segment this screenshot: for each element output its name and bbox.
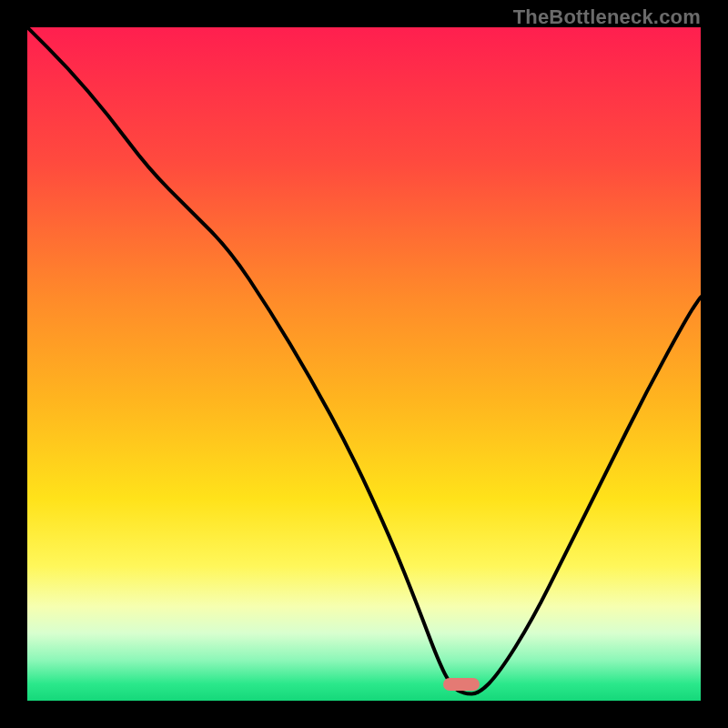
plot-area (27, 27, 701, 701)
chart-stage: TheBottleneck.com (0, 0, 728, 728)
bottleneck-curve (27, 27, 701, 701)
optimal-marker (443, 678, 480, 691)
watermark-text: TheBottleneck.com (513, 5, 701, 29)
